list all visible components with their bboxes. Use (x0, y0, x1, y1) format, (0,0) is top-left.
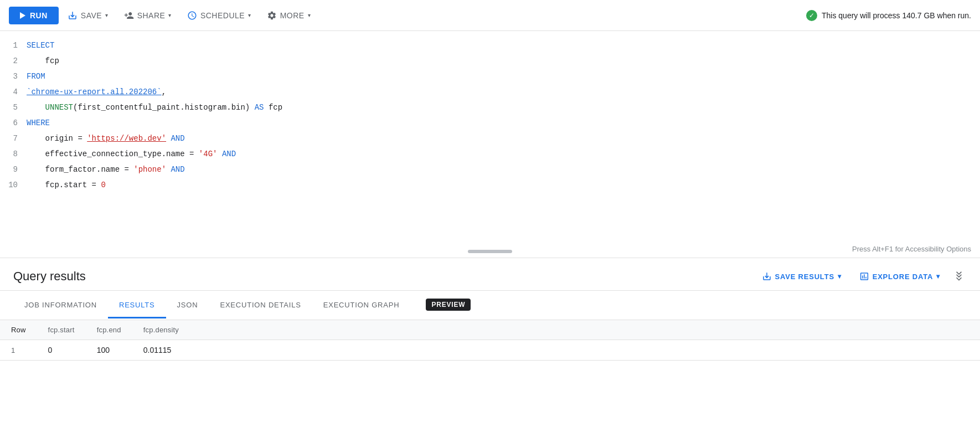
tab-execution-graph[interactable]: EXECUTION GRAPH (312, 293, 411, 318)
more-label: MORE (280, 11, 305, 20)
tab-execution-details[interactable]: EXECUTION DETAILS (209, 293, 312, 318)
explore-data-icon (859, 271, 869, 281)
expand-button[interactable] (951, 268, 967, 285)
more-chevron-icon: ▾ (308, 12, 311, 18)
query-info: ✓ This query will process 140.7 GB when … (806, 10, 971, 21)
tabs-bar: JOB INFORMATION RESULTS JSON EXECUTION D… (0, 291, 980, 320)
share-button[interactable]: SHARE ▾ (117, 6, 178, 25)
cell-fcp-end: 100 (86, 340, 132, 361)
check-icon: ✓ (806, 10, 817, 21)
cell-fcp-start: 0 (37, 340, 86, 361)
gear-icon (267, 11, 277, 20)
results-section: Query results SAVE RESULTS ▾ EXPLORE DAT… (0, 258, 980, 361)
cell-fcp-density: 0.01115 (132, 340, 190, 361)
col-fcp-end: fcp.end (86, 320, 132, 340)
schedule-chevron-icon: ▾ (248, 12, 251, 18)
save-results-button[interactable]: SAVE RESULTS ▾ (755, 267, 848, 286)
cell-empty (190, 340, 980, 361)
cell-row-num: 1 (0, 340, 37, 361)
line-numbers: 1 2 3 4 5 6 7 8 9 10 (0, 38, 27, 251)
play-icon (20, 12, 25, 19)
col-fcp-density: fcp.density (132, 320, 190, 340)
query-info-text: This query will process 140.7 GB when ru… (822, 11, 971, 20)
tab-json[interactable]: JSON (166, 293, 209, 318)
code-editor[interactable]: 1 2 3 4 5 6 7 8 9 10 SELECT fcp FROM `ch… (0, 31, 980, 258)
results-header: Query results SAVE RESULTS ▾ EXPLORE DAT… (0, 258, 980, 291)
save-button[interactable]: SAVE ▾ (61, 6, 115, 25)
results-title: Query results (13, 269, 755, 284)
horizontal-scrollbar[interactable] (468, 250, 512, 253)
schedule-icon (187, 11, 197, 20)
explore-data-chevron-icon: ▾ (936, 273, 940, 280)
results-actions: SAVE RESULTS ▾ EXPLORE DATA ▾ (755, 267, 967, 286)
save-results-label: SAVE RESULTS (775, 273, 834, 281)
explore-data-button[interactable]: EXPLORE DATA ▾ (853, 267, 947, 286)
col-fcp-start: fcp.start (37, 320, 86, 340)
run-button[interactable]: RUN (9, 7, 59, 24)
schedule-label: SCHEDULE (200, 11, 245, 20)
toolbar: RUN SAVE ▾ SHARE ▾ SCHEDULE ▾ MORE ▾ ✓ T… (0, 0, 980, 31)
accessibility-hint: Press Alt+F1 for Accessibility Options (852, 245, 971, 253)
table-row: 1 0 100 0.01115 (0, 340, 980, 361)
tab-results[interactable]: RESULTS (108, 293, 166, 318)
save-icon (68, 11, 78, 20)
code-content: SELECT fcp FROM `chrome-ux-report.all.20… (27, 38, 980, 251)
tab-job-information[interactable]: JOB INFORMATION (13, 293, 108, 318)
more-button[interactable]: MORE ▾ (260, 6, 318, 25)
save-chevron-icon: ▾ (105, 12, 109, 18)
save-label: SAVE (81, 11, 102, 20)
col-row: Row (0, 320, 37, 340)
results-table: Row fcp.start fcp.end fcp.density 1 0 10… (0, 320, 980, 361)
schedule-button[interactable]: SCHEDULE ▾ (180, 6, 258, 25)
run-label: RUN (30, 11, 48, 20)
expand-icon (953, 270, 964, 281)
tab-preview[interactable]: PREVIEW (410, 291, 482, 320)
save-results-chevron-icon: ▾ (838, 273, 842, 280)
explore-data-label: EXPLORE DATA (873, 273, 933, 281)
col-empty (190, 320, 980, 340)
share-chevron-icon: ▾ (168, 12, 172, 18)
save-results-icon (762, 271, 772, 281)
share-icon (124, 11, 134, 20)
preview-badge: PREVIEW (426, 299, 471, 311)
share-label: SHARE (137, 11, 166, 20)
